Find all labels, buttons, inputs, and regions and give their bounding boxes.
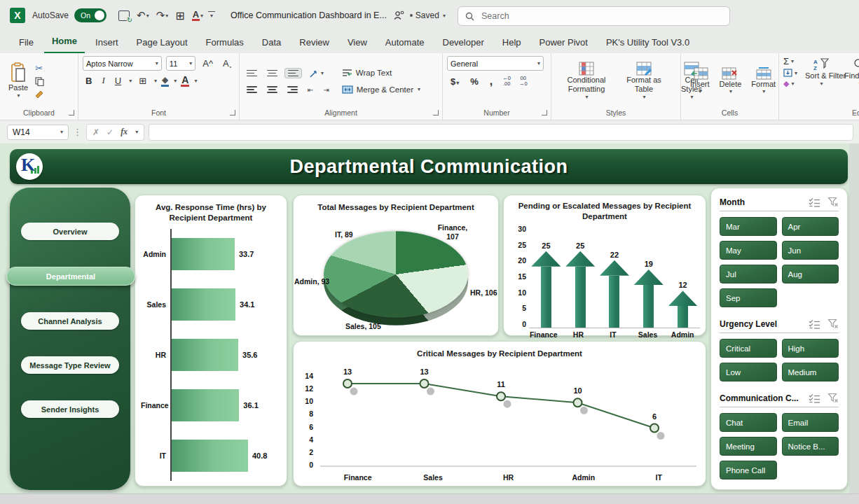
increase-indent-button[interactable]: ⇥ <box>320 85 331 95</box>
format-painter-icon[interactable] <box>35 90 44 99</box>
fill-button[interactable]: ▾ <box>783 69 797 77</box>
slicer-item-jun[interactable]: Jun <box>782 241 839 260</box>
line-marker[interactable] <box>497 392 505 400</box>
autosave-toggle[interactable]: On <box>74 8 106 22</box>
formula-input[interactable] <box>149 124 853 141</box>
line-marker[interactable] <box>343 379 352 388</box>
pie-slices[interactable] <box>324 231 468 318</box>
name-box[interactable]: W14▾ <box>7 125 69 140</box>
slicer-item-meeting[interactable]: Meeting <box>720 437 777 456</box>
grow-font-button[interactable]: A^ <box>200 57 216 69</box>
autosum-button[interactable]: Σ▾ <box>783 56 797 66</box>
decrease-decimal-button[interactable]: 00→0 <box>517 76 530 88</box>
clipboard-dialog-launcher[interactable] <box>69 110 74 115</box>
wrap-text-button[interactable]: Wrap Text <box>339 67 423 78</box>
slicer-item-email[interactable]: Email <box>782 413 839 432</box>
slicer-item-phone-call[interactable]: Phone Call <box>720 461 777 479</box>
format-cells-button[interactable]: Format▾ <box>746 66 781 96</box>
redo-icon[interactable]: ↷▾ <box>154 8 171 23</box>
cancel-formula-icon[interactable]: ✗ <box>92 127 99 137</box>
fill-color-chevron-icon[interactable]: ▾ <box>174 78 177 84</box>
number-format-select[interactable]: General▾ <box>447 56 544 71</box>
underline-chevron-icon[interactable]: ▾ <box>129 78 132 84</box>
align-right-button[interactable] <box>284 85 301 94</box>
orientation-button[interactable]: ▾ <box>306 67 327 80</box>
ribbon-tab-home[interactable]: Home <box>44 31 85 53</box>
line-marker[interactable] <box>420 379 429 388</box>
up-arrow-icon[interactable] <box>600 260 629 276</box>
slicer-item-sep[interactable]: Sep <box>720 288 777 307</box>
sort-filter-button[interactable]: AZ Sort & Filter▾ <box>802 56 841 89</box>
ribbon-tab-developer[interactable]: Developer <box>435 33 492 53</box>
clear-button[interactable]: ◆▾ <box>783 79 797 88</box>
ribbon-tab-automate[interactable]: Automate <box>378 33 432 53</box>
clear-filter-icon[interactable] <box>827 393 839 403</box>
underline-button[interactable]: U <box>112 75 124 87</box>
delete-cells-button[interactable]: Delete▾ <box>715 66 747 96</box>
sidebar-item-overview[interactable]: Overview <box>21 223 119 240</box>
ribbon-tab-view[interactable]: View <box>340 33 375 53</box>
slicer-item-aug[interactable]: Aug <box>782 265 839 284</box>
ribbon-tab-file[interactable]: File <box>11 33 41 53</box>
slicer-item-medium[interactable]: Medium <box>782 363 839 382</box>
bar[interactable] <box>172 440 248 472</box>
currency-button[interactable]: $▾ <box>447 76 462 87</box>
format-as-table-button[interactable]: Format as Table▾ <box>617 60 671 102</box>
search-input[interactable] <box>480 10 693 22</box>
slicer-item-mar[interactable]: Mar <box>720 217 777 236</box>
slicer-item-high[interactable]: High <box>782 339 839 358</box>
insert-cells-button[interactable]: Insert▾ <box>685 66 715 96</box>
sidebar-item-channel-analysis[interactable]: Channel Analysis <box>21 312 119 330</box>
font-size-select[interactable]: 11▾ <box>166 56 195 71</box>
enter-formula-icon[interactable]: ✓ <box>106 127 114 137</box>
borders-qat-icon[interactable]: ⊞ <box>173 8 186 24</box>
up-arrow-icon[interactable] <box>531 251 561 267</box>
bar[interactable] <box>172 288 235 321</box>
share-person-icon[interactable] <box>394 10 404 20</box>
increase-decimal-button[interactable]: ←0.00 <box>500 76 513 88</box>
up-arrow-icon[interactable] <box>634 270 664 285</box>
font-name-select[interactable]: Aptos Narrow▾ <box>83 56 162 71</box>
undo-icon[interactable]: ↶▾ <box>135 8 151 23</box>
alignment-dialog-launcher[interactable] <box>433 110 439 115</box>
bar[interactable] <box>172 339 238 371</box>
multi-select-icon[interactable] <box>809 197 820 207</box>
excel-logo-icon[interactable]: X <box>10 8 25 23</box>
ribbon-tab-formulas[interactable]: Formulas <box>198 33 252 53</box>
slicer-item-chat[interactable]: Chat <box>720 413 777 432</box>
copy-icon[interactable] <box>35 77 44 86</box>
ribbon-tab-pk-s-utility-tool-v3-0[interactable]: PK's Utility Tool V3.0 <box>598 33 697 53</box>
search-box[interactable] <box>458 6 730 26</box>
find-select-button[interactable]: Find & Select▾ <box>841 56 859 89</box>
bottom-align-button[interactable] <box>284 68 302 79</box>
italic-button[interactable]: I <box>99 74 107 87</box>
fill-color-button[interactable]: ◆ <box>161 75 169 87</box>
bar[interactable] <box>172 389 239 421</box>
decrease-indent-button[interactable]: ⇤ <box>305 85 316 95</box>
ribbon-tab-insert[interactable]: Insert <box>88 33 126 53</box>
line-marker[interactable] <box>650 424 659 433</box>
slicer-item-notice-b[interactable]: Notice B... <box>782 437 839 456</box>
number-dialog-launcher[interactable] <box>542 110 547 115</box>
slicer-item-may[interactable]: May <box>720 241 777 260</box>
merge-center-button[interactable]: Merge & Center▾ <box>339 84 423 95</box>
slicer-item-low[interactable]: Low <box>720 363 777 382</box>
slicer-item-jul[interactable]: Jul <box>720 265 777 284</box>
saved-status[interactable]: Saved ▾ <box>410 10 446 20</box>
sidebar-item-departmental[interactable]: Departmental <box>6 267 135 286</box>
ribbon-tab-power-pivot[interactable]: Power Pivot <box>532 33 596 53</box>
font-color-button[interactable]: A <box>181 75 189 87</box>
up-arrow-icon[interactable] <box>565 251 595 267</box>
customize-qat-icon[interactable]: ▾ <box>208 11 215 20</box>
top-align-button[interactable] <box>244 69 260 78</box>
line-marker[interactable] <box>574 398 582 407</box>
cut-icon[interactable]: ✂ <box>35 63 44 74</box>
save-icon[interactable]: ↻ <box>116 9 132 22</box>
sidebar-item-sender-insights[interactable]: Sender Insights <box>21 400 119 418</box>
middle-align-button[interactable] <box>264 69 280 78</box>
formula-bar-handle[interactable]: ⋮ <box>73 127 82 137</box>
borders-chevron-icon[interactable]: ▾ <box>154 78 157 84</box>
percent-button[interactable]: % <box>467 76 482 87</box>
insert-function-icon[interactable]: fx <box>121 127 128 137</box>
borders-button[interactable]: ⊞ <box>136 75 149 87</box>
